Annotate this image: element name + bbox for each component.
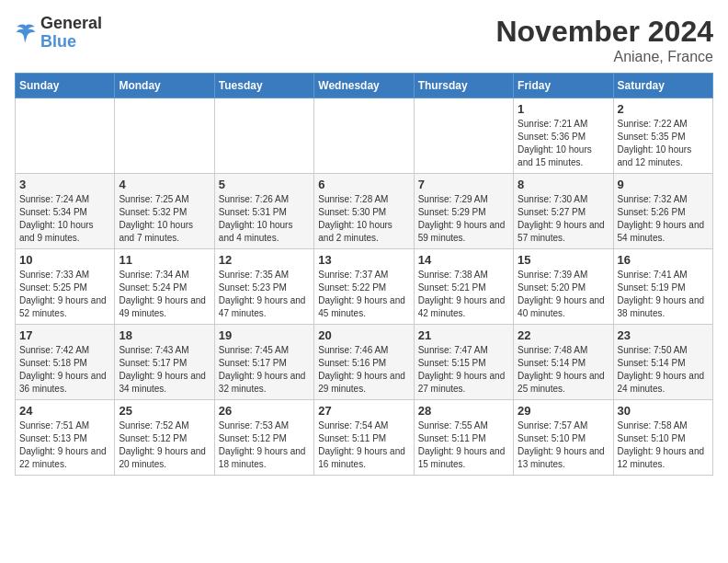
calendar-week-row: 10Sunrise: 7:33 AM Sunset: 5:25 PM Dayli… (16, 249, 713, 325)
calendar-day-header: Thursday (414, 74, 513, 98)
day-info: Sunrise: 7:45 AM Sunset: 5:17 PM Dayligh… (219, 344, 310, 396)
day-number: 4 (119, 178, 210, 191)
day-number: 22 (518, 328, 609, 342)
calendar-day-cell: 26Sunrise: 7:53 AM Sunset: 5:12 PM Dayli… (214, 400, 313, 476)
day-info: Sunrise: 7:47 AM Sunset: 5:15 PM Dayligh… (418, 344, 509, 396)
calendar-day-cell: 19Sunrise: 7:45 AM Sunset: 5:17 PM Dayli… (214, 325, 313, 400)
calendar-day-cell: 14Sunrise: 7:38 AM Sunset: 5:21 PM Dayli… (414, 249, 513, 325)
logo-text: General Blue (40, 15, 102, 52)
day-info: Sunrise: 7:29 AM Sunset: 5:29 PM Dayligh… (418, 193, 509, 245)
day-number: 14 (418, 253, 509, 267)
day-info: Sunrise: 7:55 AM Sunset: 5:11 PM Dayligh… (418, 419, 509, 471)
calendar-day-header: Friday (514, 74, 613, 98)
day-info: Sunrise: 7:22 AM Sunset: 5:35 PM Dayligh… (618, 118, 709, 169)
day-info: Sunrise: 7:51 AM Sunset: 5:13 PM Dayligh… (19, 419, 110, 471)
day-info: Sunrise: 7:48 AM Sunset: 5:14 PM Dayligh… (518, 344, 609, 396)
day-info: Sunrise: 7:35 AM Sunset: 5:23 PM Dayligh… (219, 269, 310, 320)
calendar-day-cell: 12Sunrise: 7:35 AM Sunset: 5:23 PM Dayli… (214, 249, 313, 325)
calendar-week-row: 1Sunrise: 7:21 AM Sunset: 5:36 PM Daylig… (16, 98, 713, 174)
day-number: 24 (19, 404, 110, 418)
day-number: 1 (518, 102, 609, 116)
calendar-day-cell: 8Sunrise: 7:30 AM Sunset: 5:27 PM Daylig… (514, 174, 613, 249)
calendar-day-cell: 25Sunrise: 7:52 AM Sunset: 5:12 PM Dayli… (115, 400, 214, 476)
day-info: Sunrise: 7:30 AM Sunset: 5:27 PM Dayligh… (518, 193, 609, 245)
day-number: 26 (219, 404, 310, 418)
calendar-table: SundayMondayTuesdayWednesdayThursdayFrid… (15, 73, 713, 476)
day-number: 18 (119, 328, 210, 342)
day-info: Sunrise: 7:57 AM Sunset: 5:10 PM Dayligh… (518, 419, 609, 471)
calendar-day-cell (414, 98, 513, 174)
calendar-day-cell: 22Sunrise: 7:48 AM Sunset: 5:14 PM Dayli… (514, 325, 613, 400)
day-number: 11 (119, 253, 210, 267)
calendar-day-header: Monday (115, 74, 214, 98)
calendar-day-header: Wednesday (314, 74, 414, 98)
day-info: Sunrise: 7:25 AM Sunset: 5:32 PM Dayligh… (119, 193, 210, 245)
calendar-day-header: Saturday (613, 74, 712, 98)
calendar-day-cell (214, 98, 313, 174)
calendar-day-cell (16, 98, 115, 174)
day-number: 25 (119, 404, 210, 418)
title-section: November 2024 Aniane, France (495, 15, 713, 65)
calendar-day-cell: 30Sunrise: 7:58 AM Sunset: 5:10 PM Dayli… (613, 400, 712, 476)
day-number: 8 (518, 178, 609, 191)
calendar-day-cell: 20Sunrise: 7:46 AM Sunset: 5:16 PM Dayli… (314, 325, 414, 400)
day-number: 29 (518, 404, 609, 418)
day-info: Sunrise: 7:28 AM Sunset: 5:30 PM Dayligh… (318, 193, 409, 245)
day-info: Sunrise: 7:58 AM Sunset: 5:10 PM Dayligh… (618, 419, 709, 471)
calendar-day-cell (314, 98, 414, 174)
day-number: 28 (418, 404, 509, 418)
day-number: 9 (618, 178, 709, 191)
day-number: 5 (219, 178, 310, 191)
day-info: Sunrise: 7:42 AM Sunset: 5:18 PM Dayligh… (19, 344, 110, 396)
calendar-day-cell: 7Sunrise: 7:29 AM Sunset: 5:29 PM Daylig… (414, 174, 513, 249)
day-number: 30 (618, 404, 709, 418)
page-header: General Blue November 2024 Aniane, Franc… (15, 15, 713, 65)
calendar-day-cell: 9Sunrise: 7:32 AM Sunset: 5:26 PM Daylig… (613, 174, 712, 249)
calendar-day-header: Sunday (16, 74, 115, 98)
day-number: 13 (318, 253, 409, 267)
calendar-day-cell: 2Sunrise: 7:22 AM Sunset: 5:35 PM Daylig… (613, 98, 712, 174)
calendar-body: 1Sunrise: 7:21 AM Sunset: 5:36 PM Daylig… (16, 98, 713, 476)
day-info: Sunrise: 7:43 AM Sunset: 5:17 PM Dayligh… (119, 344, 210, 396)
day-number: 6 (318, 178, 409, 191)
calendar-day-cell (115, 98, 214, 174)
day-info: Sunrise: 7:53 AM Sunset: 5:12 PM Dayligh… (219, 419, 310, 471)
day-info: Sunrise: 7:38 AM Sunset: 5:21 PM Dayligh… (418, 269, 509, 320)
day-info: Sunrise: 7:24 AM Sunset: 5:34 PM Dayligh… (19, 193, 110, 245)
day-number: 3 (19, 178, 110, 191)
day-number: 27 (318, 404, 409, 418)
logo-bird-icon (15, 22, 37, 44)
day-info: Sunrise: 7:50 AM Sunset: 5:14 PM Dayligh… (618, 344, 709, 396)
day-info: Sunrise: 7:54 AM Sunset: 5:11 PM Dayligh… (318, 419, 409, 471)
calendar-day-cell: 1Sunrise: 7:21 AM Sunset: 5:36 PM Daylig… (514, 98, 613, 174)
day-number: 12 (219, 253, 310, 267)
month-title: November 2024 (495, 15, 713, 49)
calendar-day-cell: 4Sunrise: 7:25 AM Sunset: 5:32 PM Daylig… (115, 174, 214, 249)
calendar-day-cell: 23Sunrise: 7:50 AM Sunset: 5:14 PM Dayli… (613, 325, 712, 400)
day-info: Sunrise: 7:32 AM Sunset: 5:26 PM Dayligh… (618, 193, 709, 245)
day-number: 23 (618, 328, 709, 342)
calendar-header-row: SundayMondayTuesdayWednesdayThursdayFrid… (16, 74, 713, 98)
day-info: Sunrise: 7:46 AM Sunset: 5:16 PM Dayligh… (318, 344, 409, 396)
day-number: 17 (19, 328, 110, 342)
day-number: 7 (418, 178, 509, 191)
day-info: Sunrise: 7:39 AM Sunset: 5:20 PM Dayligh… (518, 269, 609, 320)
calendar-day-cell: 27Sunrise: 7:54 AM Sunset: 5:11 PM Dayli… (314, 400, 414, 476)
day-info: Sunrise: 7:37 AM Sunset: 5:22 PM Dayligh… (318, 269, 409, 320)
calendar-day-cell: 3Sunrise: 7:24 AM Sunset: 5:34 PM Daylig… (16, 174, 115, 249)
calendar-day-header: Tuesday (214, 74, 313, 98)
calendar-day-cell: 11Sunrise: 7:34 AM Sunset: 5:24 PM Dayli… (115, 249, 214, 325)
calendar-day-cell: 16Sunrise: 7:41 AM Sunset: 5:19 PM Dayli… (613, 249, 712, 325)
day-number: 2 (618, 102, 709, 116)
calendar-day-cell: 28Sunrise: 7:55 AM Sunset: 5:11 PM Dayli… (414, 400, 513, 476)
day-number: 20 (318, 328, 409, 342)
calendar-week-row: 3Sunrise: 7:24 AM Sunset: 5:34 PM Daylig… (16, 174, 713, 249)
calendar-day-cell: 17Sunrise: 7:42 AM Sunset: 5:18 PM Dayli… (16, 325, 115, 400)
calendar-day-cell: 18Sunrise: 7:43 AM Sunset: 5:17 PM Dayli… (115, 325, 214, 400)
day-number: 19 (219, 328, 310, 342)
day-number: 16 (618, 253, 709, 267)
day-info: Sunrise: 7:26 AM Sunset: 5:31 PM Dayligh… (219, 193, 310, 245)
day-info: Sunrise: 7:41 AM Sunset: 5:19 PM Dayligh… (618, 269, 709, 320)
calendar-day-cell: 13Sunrise: 7:37 AM Sunset: 5:22 PM Dayli… (314, 249, 414, 325)
day-number: 21 (418, 328, 509, 342)
